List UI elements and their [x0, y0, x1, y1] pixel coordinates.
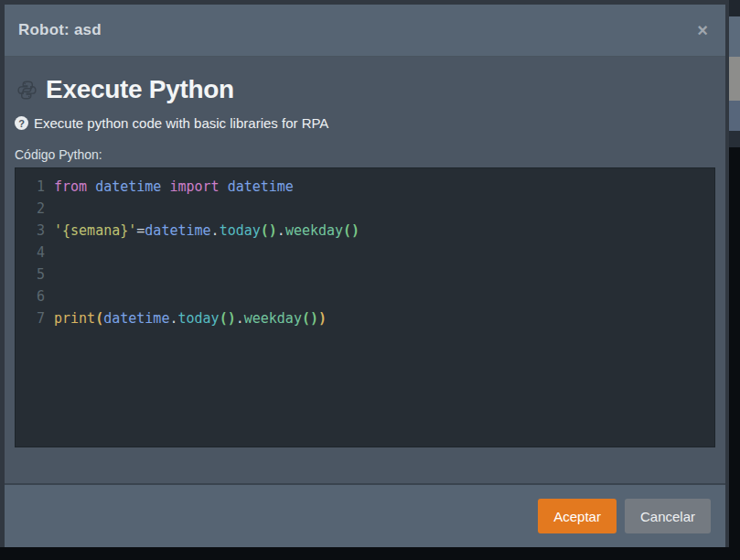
- line-number: 4: [16, 242, 54, 264]
- line-number: 1: [16, 176, 54, 198]
- line-number: 6: [16, 285, 54, 307]
- code-line: 4: [16, 242, 714, 264]
- page-scrollbar-track[interactable]: [729, 16, 740, 57]
- modal-footer: Aceptar Cancelar: [5, 483, 725, 547]
- panel-heading-row: Execute Python: [15, 75, 715, 104]
- page-scrollbar-track[interactable]: [729, 101, 740, 131]
- line-number: 3: [16, 220, 54, 242]
- panel-title: Execute Python: [46, 75, 234, 104]
- accept-button[interactable]: Aceptar: [538, 499, 617, 533]
- line-number: 2: [16, 198, 54, 220]
- line-number: 7: [16, 307, 54, 329]
- code-editor[interactable]: 1from datetime import datetime23'{semana…: [15, 167, 715, 447]
- page-background-edge: [729, 147, 740, 560]
- panel-description-row: ? Execute python code with basic librari…: [15, 115, 715, 131]
- robot-modal: Robot: asd × Execute Python ? Execute py…: [0, 0, 729, 547]
- code-line: 7print(datetime.today().weekday()): [16, 307, 714, 329]
- code-line: 1from datetime import datetime: [16, 176, 714, 198]
- modal-body: Execute Python ? Execute python code wit…: [5, 57, 725, 483]
- line-number: 5: [16, 264, 54, 285]
- page-content-edge: [729, 131, 740, 147]
- page-background: Robot: asd × Execute Python ? Execute py…: [0, 0, 740, 560]
- code-editor-label: Código Python:: [15, 147, 715, 162]
- code-lines: 1from datetime import datetime23'{semana…: [16, 176, 714, 329]
- python-logo-icon: [16, 80, 38, 101]
- help-circle-icon: ?: [15, 116, 28, 130]
- code-line: 6: [16, 285, 714, 307]
- code-line: 5: [16, 264, 714, 285]
- page-scrollbar-thumb[interactable]: [729, 57, 740, 101]
- page-topbar-edge: [729, 0, 740, 16]
- code-line: 3'{semana}'=datetime.today().weekday(): [16, 220, 714, 242]
- modal-header: Robot: asd ×: [5, 5, 725, 57]
- modal-title: Robot: asd: [18, 21, 102, 39]
- cancel-button[interactable]: Cancelar: [625, 499, 711, 533]
- panel-description: Execute python code with basic libraries…: [34, 115, 328, 131]
- page-right-rail: [729, 0, 740, 560]
- code-line: 2: [16, 198, 714, 220]
- close-icon[interactable]: ×: [693, 19, 712, 41]
